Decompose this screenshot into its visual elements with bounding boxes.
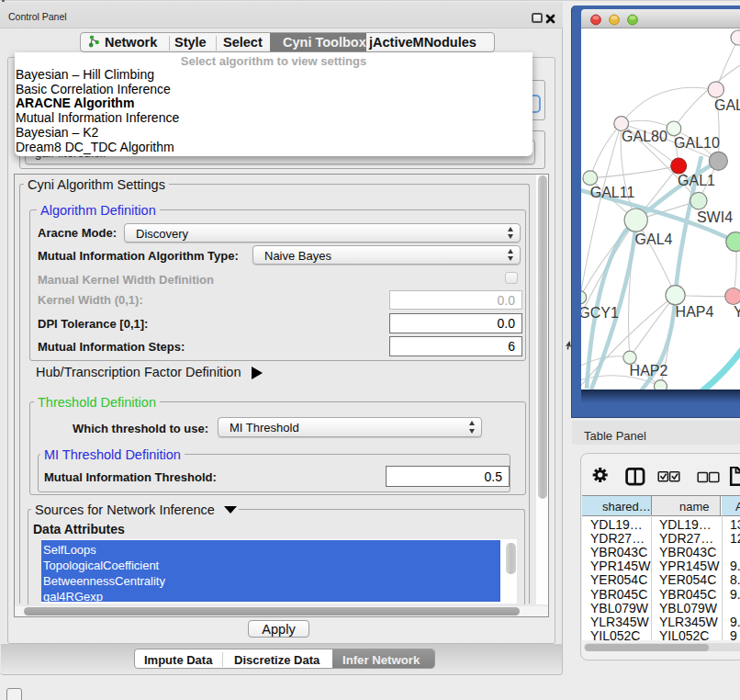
svg-text:GCY1: GCY1 [581, 305, 619, 321]
svg-text:GAL: GAL [714, 97, 740, 113]
svg-text:GAL1: GAL1 [678, 173, 715, 188]
svg-text:HAP4: HAP4 [676, 304, 714, 320]
svg-text:GAL10: GAL10 [674, 135, 720, 151]
svg-text:SWI4: SWI4 [697, 209, 733, 225]
svg-text:GAL11: GAL11 [590, 185, 635, 200]
svg-text:Y: Y [734, 304, 740, 320]
svg-text:HAP2: HAP2 [630, 363, 668, 378]
svg-text:GAL4: GAL4 [635, 231, 673, 247]
svg-text:GAL80: GAL80 [622, 129, 667, 144]
